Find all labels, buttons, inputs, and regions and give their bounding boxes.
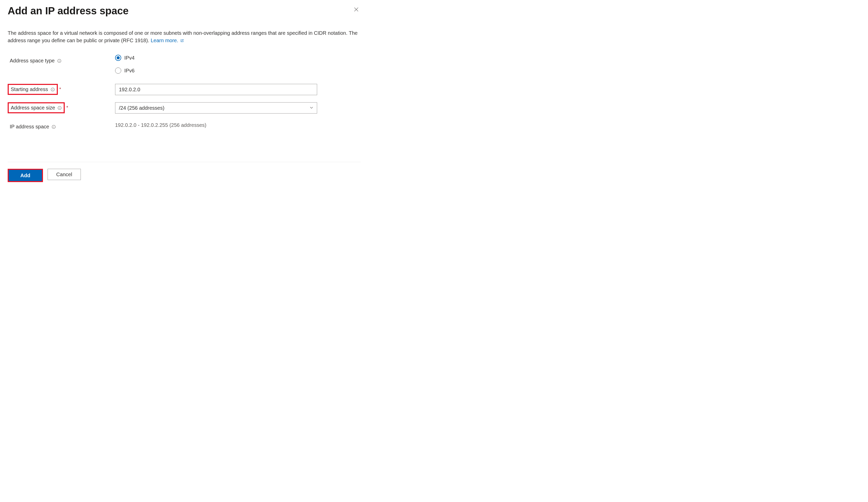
select-value: /24 (256 addresses) [119, 105, 164, 111]
address-space-size-select[interactable]: /24 (256 addresses) [115, 102, 317, 114]
row-starting-address: Starting address * [8, 84, 361, 95]
row-address-space-type: Address space type IPv4 IPv6 [8, 55, 361, 74]
learn-more-link[interactable]: Learn more. [151, 38, 184, 43]
info-icon[interactable] [58, 106, 62, 110]
close-icon [353, 7, 359, 13]
panel-description: The address space for a virtual network … [8, 29, 361, 44]
cancel-button[interactable]: Cancel [48, 169, 81, 180]
panel-header: Add an IP address space [8, 5, 361, 17]
close-button[interactable] [352, 5, 361, 14]
row-ip-address-space: IP address space 192.0.2.0 - 192.0.2.255… [8, 121, 361, 131]
panel-footer: Add Cancel [8, 162, 361, 182]
svg-point-8 [52, 88, 53, 89]
info-icon[interactable] [52, 125, 56, 129]
info-icon[interactable] [51, 87, 55, 92]
ip-address-space-value: 192.0.2.0 - 192.0.2.255 (256 addresses) [115, 121, 361, 128]
add-button[interactable]: Add [9, 170, 42, 181]
radio-group-address-space-type: IPv4 IPv6 [115, 55, 361, 74]
add-ip-address-space-panel: Add an IP address space The address spac… [8, 5, 361, 182]
radio-label-ipv6: IPv6 [124, 68, 135, 74]
external-link-icon [180, 37, 184, 44]
add-button-highlight: Add [8, 169, 43, 182]
label-text-address-space-size: Address space size [11, 105, 55, 111]
label-address-space-type: Address space type [8, 55, 115, 65]
svg-point-14 [54, 126, 54, 126]
learn-more-text: Learn more. [151, 38, 178, 43]
label-text-starting-address: Starting address [11, 86, 48, 92]
label-starting-address: Starting address * [8, 84, 115, 95]
control-address-space-type: IPv4 IPv6 [115, 55, 361, 74]
required-mark: * [66, 105, 68, 111]
radio-ipv4[interactable]: IPv4 [115, 55, 361, 61]
info-icon[interactable] [57, 59, 61, 63]
svg-point-11 [60, 107, 60, 107]
radio-label-ipv4: IPv4 [124, 55, 135, 61]
row-address-space-size: Address space size * /24 (256 addresses) [8, 102, 361, 114]
control-starting-address [115, 84, 361, 95]
radio-icon [115, 67, 121, 74]
svg-line-2 [182, 40, 183, 41]
radio-ipv6[interactable]: IPv6 [115, 67, 361, 74]
radio-icon [115, 55, 121, 61]
label-text-address-space-type: Address space type [10, 58, 55, 64]
label-ip-address-space: IP address space [8, 121, 115, 131]
label-text-ip-address-space: IP address space [10, 124, 49, 130]
required-mark: * [59, 87, 61, 92]
control-address-space-size: /24 (256 addresses) [115, 102, 361, 114]
starting-address-input[interactable] [115, 84, 317, 95]
label-address-space-size: Address space size * [8, 102, 115, 113]
panel-title: Add an IP address space [8, 5, 128, 17]
